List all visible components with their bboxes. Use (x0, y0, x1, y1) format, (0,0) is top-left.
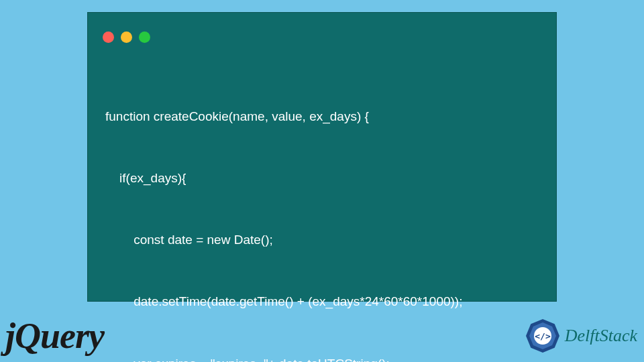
code-window: function createCookie(name, value, ex_da… (87, 12, 557, 302)
close-icon (103, 32, 114, 43)
code-glyph-icon: </> (535, 331, 551, 341)
code-block: function createCookie(name, value, ex_da… (105, 65, 548, 362)
delftstack-badge: </> DelftStack (525, 318, 637, 354)
code-line: date.setTime(date.getTime() + (ex_days*2… (105, 292, 548, 312)
delftstack-label: DelftStack (565, 326, 637, 346)
code-line: var expires = "expires="+ date.toUTCStri… (105, 354, 548, 362)
code-line: function createCookie(name, value, ex_da… (105, 107, 548, 127)
jquery-logo: jQuery (5, 315, 104, 357)
minimize-icon (121, 32, 132, 43)
code-line: if(ex_days){ (105, 168, 548, 189)
delftstack-gear-icon: </> (525, 318, 561, 354)
code-line: const date = new Date(); (105, 230, 548, 251)
window-controls (103, 32, 150, 43)
maximize-icon (139, 32, 150, 43)
